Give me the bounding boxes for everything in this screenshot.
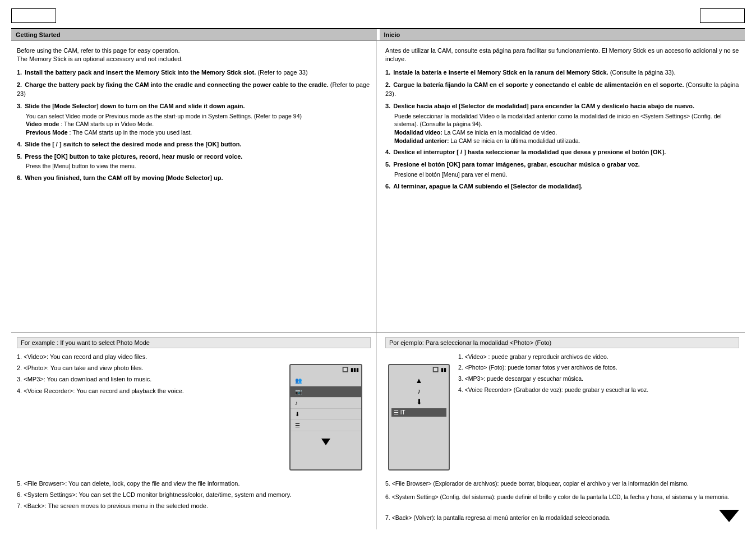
step-text-bold: Al terminar, apague la CAM subiendo el [… (393, 183, 582, 190)
sub-label: Modalidad vídeo: (394, 129, 442, 136)
left-intro-line1: Before using the CAM, refer to this page… (17, 47, 179, 54)
left-section-header: Getting Started (11, 29, 377, 40)
mode-list: 👥 📷 ♪ ⬇ (291, 374, 361, 432)
sub-line: Press the [Menu] button to view the menu… (26, 162, 371, 170)
right-device-container: 🔲 ▮▮ ▲ ♪ ⬇ ☰ IT (385, 353, 453, 476)
section-header-row: Getting Started Inicio (11, 29, 745, 40)
right-example-list: 1. <Video> : puede grabar y reproducir a… (458, 353, 739, 394)
sub-line: Presione el botón [Menu] para ver el men… (394, 170, 739, 179)
right-list-container: 1. <Video> : puede grabar y reproducir a… (458, 353, 739, 476)
right-column: Antes de utilizar la CAM, consulte esta … (377, 41, 745, 332)
list-item: 1. Instale la batería e inserte el Memor… (385, 68, 739, 77)
mode-item-file[interactable]: ☰ (291, 420, 361, 431)
right-device-screen: 🔲 ▮▮ ▲ ♪ ⬇ ☰ IT (388, 364, 450, 471)
sub-line: Modalidad vídeo: La CAM se inicia en la … (394, 128, 739, 137)
mode-item-voice[interactable]: ⬇ (291, 409, 361, 420)
list-item: 4. <Voice Recorder>: You can record and … (17, 387, 276, 395)
device-top-bar: 🔲 ▮▮▮ (291, 365, 361, 374)
list-item: 3. <MP3>: puede descargar y escuchar mús… (458, 375, 739, 383)
list-item: 5. Press the [OK] button to take picture… (17, 153, 371, 171)
device-mockup: 🔲 ▮▮▮ 👥 📷 ♪ (281, 353, 371, 476)
list-item: 2. <Photo>: You can take and view photo … (17, 364, 276, 372)
header-left-box (11, 8, 56, 23)
step-text-bold: Cargue la batería fijando la CAM en el s… (393, 81, 684, 88)
right-arrow-up: ▲ (391, 376, 446, 385)
step-sub-text: Presione el botón [Menu] para ver el men… (394, 170, 739, 179)
list-item: 6. <System Settings>: You can set the LC… (17, 491, 371, 499)
example-left: For example : If you want to select Phot… (11, 333, 377, 529)
step-num: 3. (17, 103, 22, 109)
right-device-area: 🔲 ▮▮ ▲ ♪ ⬇ ☰ IT (385, 353, 453, 476)
bottom-arrow-icon (719, 510, 739, 522)
right-selected-item: ☰ IT (391, 408, 446, 417)
right-download-icon: ⬇ (391, 398, 446, 406)
list-item: 4. Deslice el interruptor [ / ] hasta se… (385, 148, 739, 157)
list-item: 5. <File Browser>: You can delete, lock,… (17, 479, 371, 488)
list-item: 4. <Voice Recorder> (Grabador de voz): p… (458, 386, 739, 394)
list-item: 1. Install the battery pack and insert t… (17, 68, 371, 77)
main-content: Before using the CAM, refer to this page… (11, 40, 745, 332)
step-text-bold: Press the [OK] button to take pictures, … (25, 153, 242, 160)
step-num: 3. (385, 103, 390, 109)
sub-line: Video mode : The CAM starts up in Video … (26, 120, 371, 128)
right-example-list-bottom: 5. <File Browser> (Explorador de archivo… (385, 479, 739, 525)
step-text-bold: Presione el botón [OK] para tomar imágen… (393, 161, 640, 168)
list-item: 1. <Video>: You can record and play vide… (17, 353, 276, 361)
video-icon: 👥 (295, 377, 302, 384)
nav-arrows (291, 432, 361, 451)
right-music-icon: ♪ (391, 387, 446, 395)
right-steps-list: 1. Instale la batería e inserte el Memor… (385, 68, 739, 191)
list-item: 4. Slide the [ / ] switch to select the … (17, 140, 371, 149)
sub-line: Puede seleccionar la modalidad Vídeo o l… (394, 112, 739, 128)
step-num: 5. (17, 153, 22, 160)
example-left-inner: 1. <Video>: You can record and play vide… (17, 353, 371, 476)
page: Getting Started Inicio Before using the … (0, 0, 756, 535)
sub-line: Modalidad anterior: La CAM se inicia en … (394, 137, 739, 145)
sub-label: Previous Mode (26, 129, 68, 136)
step-text-normal: (Consulte la página 33). (610, 69, 676, 76)
step-text-bold: When you finished, turn the CAM off by m… (25, 174, 223, 181)
step-sub-text: Press the [Menu] button to view the menu… (26, 162, 371, 170)
battery-icon: 🔲 (432, 367, 439, 372)
sub-line: You can select Video mode or Previous mo… (26, 112, 371, 121)
step-num: 5. (385, 161, 390, 168)
right-device-top-bar: 🔲 ▮▮ (389, 365, 449, 374)
step-sub-text: Puede seleccionar la modalidad Vídeo o l… (394, 112, 739, 145)
last-item-text: 7. <Back> (Volver): la pantalla regresa … (385, 514, 611, 522)
step-text-bold: Deslice el interruptor [ / ] hasta selec… (393, 149, 666, 155)
mode-item-photo[interactable]: 📷 (291, 386, 361, 398)
device-container: 🔲 ▮▮▮ 👥 📷 ♪ (281, 353, 371, 476)
example-right: Por ejemplo: Para seleccionar la modalid… (377, 333, 745, 529)
step-text-bold: Charge the battery pack by fixing the CA… (25, 81, 329, 88)
step-num: 6. (385, 183, 390, 190)
signal-icon: ▮▮▮ (351, 367, 359, 372)
sub-line: Previous Mode : The CAM starts up in the… (26, 128, 371, 137)
header-right-box (700, 8, 745, 23)
step-text-bold: Slide the [Mode Selector] down to turn o… (25, 103, 245, 109)
step-num: 4. (17, 141, 22, 147)
step-num: 2. (385, 81, 390, 88)
arrow-down-icon (321, 439, 330, 445)
list-item: 3. Slide the [Mode Selector] down to tur… (17, 102, 371, 137)
mode-item-mp3[interactable]: ♪ (291, 398, 361, 409)
camera-icon: 📷 (295, 389, 302, 395)
step-num: 1. (385, 69, 390, 76)
list-item: 1. <Video> : puede grabar y reproducir a… (458, 353, 739, 361)
right-intro: Antes de utilizar la CAM, consulte esta … (385, 47, 739, 64)
step-num: 2. (17, 81, 22, 88)
step-num: 4. (385, 149, 390, 155)
step-sub-text: You can select Video mode or Previous mo… (26, 112, 371, 137)
list-item: 3. Deslice hacia abajo el [Selector de m… (385, 102, 739, 145)
step-num: 1. (17, 69, 22, 76)
mode-item-video[interactable]: 👥 (291, 375, 361, 386)
step-text-bold: Slide the [ / ] switch to select the des… (25, 141, 241, 147)
example-left-list-bottom: 5. <File Browser>: You can delete, lock,… (17, 479, 371, 511)
list-item: 2. <Photo> (Foto): puede tomar fotos y v… (458, 363, 739, 372)
music-icon: ♪ (295, 400, 298, 406)
example-left-title: For example : If you want to select Phot… (17, 337, 371, 348)
list-item: 7. <Back>: The screen moves to previous … (17, 502, 371, 510)
file-icon: ☰ (295, 422, 300, 428)
step-num: 6. (17, 174, 22, 181)
list-item: 2. Cargue la batería fijando la CAM en e… (385, 81, 739, 99)
example-right-title: Por ejemplo: Para seleccionar la modalid… (385, 337, 739, 348)
